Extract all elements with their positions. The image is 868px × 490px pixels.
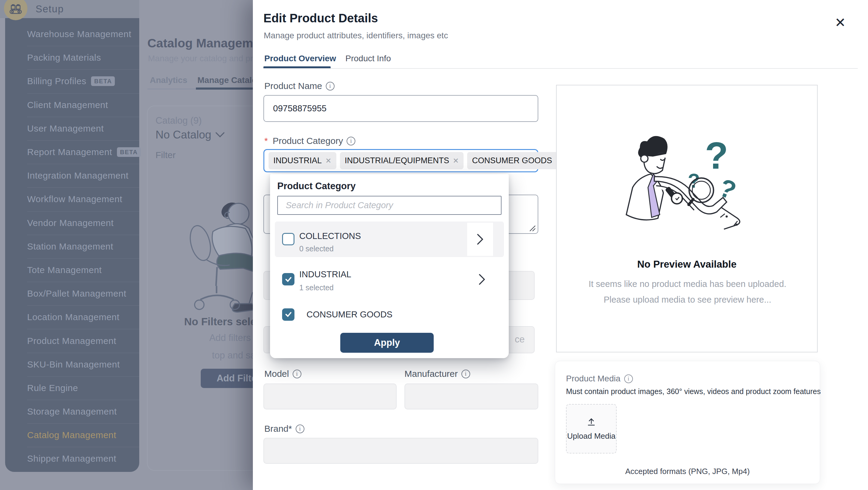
chip-remove-icon[interactable]: ✕ bbox=[453, 156, 459, 165]
sidebar-item-warehouse-management[interactable]: Warehouse Management bbox=[5, 22, 139, 46]
filter-label: Filter bbox=[156, 150, 176, 160]
info-icon[interactable] bbox=[461, 370, 470, 378]
product-category-select[interactable]: INDUSTRIAL✕INDUSTRIAL/EQUIPMENTS✕CONSUME… bbox=[264, 149, 538, 172]
resize-handle[interactable] bbox=[528, 224, 536, 232]
category-option-count: 1 selected bbox=[299, 283, 334, 292]
sidebar-header-title: Setup bbox=[36, 3, 64, 15]
sidebar-item-shipper-management[interactable]: Shipper Management bbox=[5, 447, 139, 470]
brand-label: Brand* bbox=[264, 424, 304, 434]
beta-badge: BETA bbox=[117, 147, 141, 157]
sidebar-item-station-management[interactable]: Station Management bbox=[5, 235, 139, 258]
expand-subcategories-button[interactable] bbox=[467, 223, 493, 256]
category-row-industrial[interactable]: INDUSTRIAL1 selected bbox=[275, 263, 504, 296]
info-icon[interactable] bbox=[347, 137, 355, 145]
manufacturer-input[interactable] bbox=[404, 383, 538, 409]
category-row-collections[interactable]: COLLECTIONS0 selected bbox=[275, 222, 504, 257]
catalog-dropdown[interactable]: No Catalog bbox=[156, 128, 224, 141]
sidebar-item-label: Storage Management bbox=[27, 406, 117, 417]
product-name-input[interactable]: 09758875955 bbox=[264, 95, 538, 122]
info-icon[interactable] bbox=[293, 370, 301, 378]
sidebar-item-box-pallet-management[interactable]: Box/Pallet Management bbox=[5, 282, 139, 305]
category-chip-industrial: INDUSTRIAL✕ bbox=[269, 152, 336, 169]
svg-text:?: ? bbox=[705, 134, 728, 177]
upload-icon bbox=[586, 417, 596, 427]
sidebar-item-vendor-management[interactable]: Vendor Management bbox=[5, 211, 139, 235]
sidebar-item-label: Integration Management bbox=[27, 171, 128, 181]
info-icon[interactable] bbox=[624, 374, 633, 383]
modal-title: Edit Product Details bbox=[264, 11, 378, 25]
info-icon[interactable] bbox=[296, 425, 304, 433]
model-label: Model bbox=[264, 369, 301, 379]
sidebar-item-billing-profiles[interactable]: Billing ProfilesBETA bbox=[5, 69, 139, 93]
tab-analytics[interactable]: Analytics bbox=[150, 76, 187, 85]
info-icon[interactable] bbox=[326, 82, 335, 90]
sidebar-item-label: Vendor Management bbox=[27, 218, 114, 228]
sidebar-item-label: Report Management bbox=[27, 147, 112, 157]
sidebar-item-location-management[interactable]: Location Management bbox=[5, 305, 139, 329]
catalog-count: Catalog (9) bbox=[156, 115, 202, 126]
category-option-count: 0 selected bbox=[299, 244, 334, 253]
category-search-input[interactable]: Search in Product Category bbox=[277, 196, 501, 215]
app-root: Setup Warehouse ManagementPacking Materi… bbox=[0, 0, 868, 490]
tab-product-info[interactable]: Product Info bbox=[345, 54, 391, 63]
sidebar-item-report-management[interactable]: Report ManagementBETA bbox=[5, 140, 139, 164]
checkbox-checked-industrial[interactable] bbox=[282, 273, 294, 285]
sidebar-item-integration-management[interactable]: Integration Management bbox=[5, 164, 139, 188]
chip-label: INDUSTRIAL/EQUIPMENTS bbox=[345, 156, 450, 165]
sidebar-item-label: Station Management bbox=[27, 241, 113, 252]
sidebar-item-catalog-management[interactable]: Catalog Management bbox=[5, 423, 139, 447]
sidebar-item-sku-bin-management[interactable]: SKU-Bin Management bbox=[5, 353, 139, 376]
sidebar-item-label: Catalog Management bbox=[27, 430, 116, 440]
sidebar-item-label: SKU-Bin Management bbox=[27, 359, 120, 370]
checkbox-unchecked-collections[interactable] bbox=[282, 233, 294, 245]
sidebar-item-label: Workflow Management bbox=[27, 194, 122, 204]
upload-media-button[interactable]: Upload Media bbox=[566, 404, 617, 454]
tab-manage-catalog[interactable]: Manage Catalog bbox=[197, 76, 262, 85]
sidebar-item-label: Tote Management bbox=[27, 265, 102, 275]
modal-tabs-divider bbox=[264, 68, 858, 69]
sidebar-item-packing-materials[interactable]: Packing Materials bbox=[5, 46, 139, 69]
manufacturer-label: Manufacturer bbox=[404, 369, 470, 379]
sidebar-item-client-management[interactable]: Client Management bbox=[5, 93, 139, 117]
category-row-consumer-goods[interactable]: CONSUMER GOODS bbox=[275, 305, 504, 324]
product-media-label: Product Media bbox=[566, 374, 633, 383]
close-icon[interactable] bbox=[832, 15, 848, 30]
chevron-down-icon bbox=[216, 132, 224, 138]
checkbox-checked-consumer-goods[interactable] bbox=[282, 308, 294, 321]
sidebar-item-workflow-management[interactable]: Workflow Management bbox=[5, 188, 139, 211]
accepted-formats: Accepted formats (PNG, JPG, Mp4) bbox=[555, 467, 820, 476]
model-input[interactable] bbox=[264, 383, 397, 409]
brand-input[interactable] bbox=[264, 438, 538, 464]
category-chip-consumer-goods: CONSUMER GOODS✕ bbox=[467, 152, 567, 169]
chip-label: CONSUMER GOODS bbox=[472, 156, 552, 165]
sidebar-item-label: User Management bbox=[27, 123, 104, 134]
upload-media-label: Upload Media bbox=[567, 431, 615, 441]
product-media-description: Must contain product images, 360° views,… bbox=[566, 387, 821, 396]
sidebar-item-storage-management[interactable]: Storage Management bbox=[5, 400, 139, 423]
sidebar-item-product-management[interactable]: Product Management bbox=[5, 329, 139, 352]
sidebar-menu: Warehouse ManagementPacking MaterialsBil… bbox=[5, 18, 139, 472]
sidebar-item-tote-management[interactable]: Tote Management bbox=[5, 258, 139, 282]
chevron-right-icon bbox=[477, 234, 484, 245]
sidebar-item-rule-engine[interactable]: Rule Engine bbox=[5, 376, 139, 400]
beta-badge: BETA bbox=[91, 76, 115, 86]
sidebar-item-label: Client Management bbox=[27, 100, 108, 110]
product-category-dropdown: Product Category Search in Product Categ… bbox=[270, 174, 509, 358]
product-media-card: Product Media Must contain product image… bbox=[555, 361, 820, 484]
sidebar-item-label: Warehouse Management bbox=[27, 29, 131, 39]
category-option-label: COLLECTIONS bbox=[299, 231, 361, 241]
apply-button[interactable]: Apply bbox=[340, 333, 434, 353]
product-category-label: * Product Category bbox=[264, 136, 355, 146]
chevron-down-icon bbox=[523, 158, 531, 163]
media-preview-panel: ? ? ? No Preview A bbox=[556, 85, 818, 352]
category-option-label: INDUSTRIAL bbox=[299, 269, 351, 279]
chip-remove-icon[interactable]: ✕ bbox=[326, 156, 332, 165]
tab-product-overview[interactable]: Product Overview bbox=[264, 54, 336, 63]
sidebar-item-user-management[interactable]: User Management bbox=[5, 117, 139, 140]
chevron-right-icon bbox=[478, 273, 485, 285]
sidebar-item-label: Location Management bbox=[27, 312, 119, 322]
expand-subcategories-button[interactable] bbox=[478, 273, 485, 286]
sidebar-item-label: Product Management bbox=[27, 336, 116, 346]
no-preview-message: It seems like no product media has been … bbox=[582, 276, 793, 308]
check-icon bbox=[284, 276, 292, 283]
